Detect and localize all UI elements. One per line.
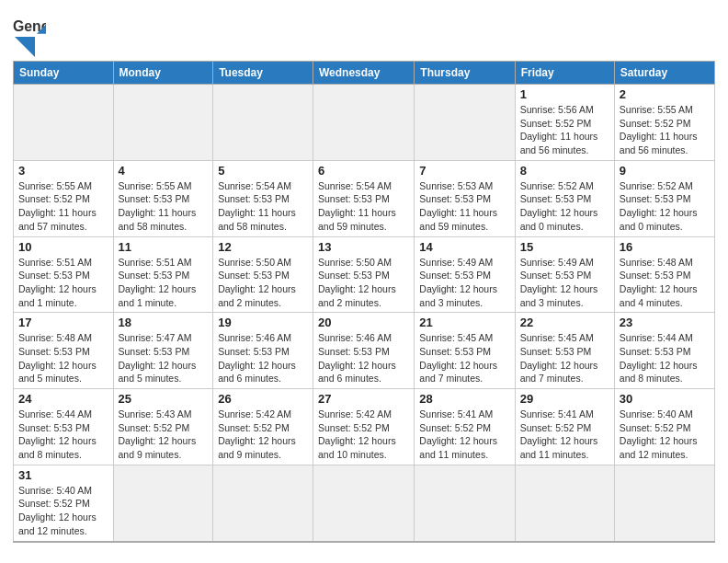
weekday-header-tuesday: Tuesday bbox=[213, 62, 313, 85]
day-number: 26 bbox=[218, 392, 308, 406]
calendar-week-2: 3Sunrise: 5:55 AM Sunset: 5:52 PM Daylig… bbox=[14, 160, 715, 236]
day-info: Sunrise: 5:54 AM Sunset: 5:53 PM Dayligh… bbox=[218, 179, 308, 234]
day-number: 25 bbox=[119, 392, 209, 406]
calendar-cell bbox=[14, 85, 114, 161]
weekday-header-thursday: Thursday bbox=[415, 62, 515, 85]
day-number: 15 bbox=[520, 240, 609, 254]
day-number: 3 bbox=[18, 164, 108, 178]
calendar-cell: 30Sunrise: 5:40 AM Sunset: 5:52 PM Dayli… bbox=[614, 389, 714, 465]
calendar-week-5: 24Sunrise: 5:44 AM Sunset: 5:53 PM Dayli… bbox=[14, 389, 715, 465]
day-number: 30 bbox=[620, 392, 710, 406]
calendar-week-1: 1Sunrise: 5:56 AM Sunset: 5:52 PM Daylig… bbox=[14, 85, 715, 161]
calendar-cell: 27Sunrise: 5:42 AM Sunset: 5:52 PM Dayli… bbox=[313, 389, 415, 465]
calendar-cell: 22Sunrise: 5:45 AM Sunset: 5:53 PM Dayli… bbox=[515, 313, 614, 389]
day-info: Sunrise: 5:52 AM Sunset: 5:53 PM Dayligh… bbox=[520, 179, 609, 234]
svg-marker-2 bbox=[15, 37, 35, 57]
day-info: Sunrise: 5:40 AM Sunset: 5:52 PM Dayligh… bbox=[620, 408, 710, 462]
calendar-cell: 1Sunrise: 5:56 AM Sunset: 5:52 PM Daylig… bbox=[515, 85, 614, 161]
day-info: Sunrise: 5:54 AM Sunset: 5:53 PM Dayligh… bbox=[318, 179, 409, 234]
calendar-week-4: 17Sunrise: 5:48 AM Sunset: 5:53 PM Dayli… bbox=[14, 313, 715, 389]
day-number: 8 bbox=[520, 164, 609, 178]
day-info: Sunrise: 5:56 AM Sunset: 5:52 PM Dayligh… bbox=[520, 103, 609, 157]
calendar-cell: 15Sunrise: 5:49 AM Sunset: 5:53 PM Dayli… bbox=[515, 236, 614, 313]
day-info: Sunrise: 5:45 AM Sunset: 5:53 PM Dayligh… bbox=[520, 331, 609, 385]
day-number: 19 bbox=[218, 316, 308, 329]
day-info: Sunrise: 5:49 AM Sunset: 5:53 PM Dayligh… bbox=[520, 256, 609, 310]
calendar-cell: 13Sunrise: 5:50 AM Sunset: 5:53 PM Dayli… bbox=[313, 236, 415, 313]
logo-triangle-icon bbox=[15, 37, 35, 57]
day-info: Sunrise: 5:44 AM Sunset: 5:53 PM Dayligh… bbox=[18, 408, 108, 462]
weekday-header-sunday: Sunday bbox=[14, 62, 114, 85]
day-info: Sunrise: 5:41 AM Sunset: 5:52 PM Dayligh… bbox=[520, 408, 609, 462]
weekday-header-saturday: Saturday bbox=[614, 62, 714, 85]
day-info: Sunrise: 5:53 AM Sunset: 5:53 PM Dayligh… bbox=[419, 179, 509, 234]
calendar-cell: 10Sunrise: 5:51 AM Sunset: 5:53 PM Dayli… bbox=[14, 236, 114, 313]
calendar-cell bbox=[113, 85, 213, 161]
logo: General bbox=[13, 9, 46, 57]
day-number: 22 bbox=[520, 316, 609, 329]
day-info: Sunrise: 5:50 AM Sunset: 5:53 PM Dayligh… bbox=[318, 256, 409, 310]
day-info: Sunrise: 5:48 AM Sunset: 5:53 PM Dayligh… bbox=[18, 331, 108, 385]
calendar-cell bbox=[415, 465, 515, 541]
calendar-cell: 14Sunrise: 5:49 AM Sunset: 5:53 PM Dayli… bbox=[415, 236, 515, 313]
calendar-cell: 17Sunrise: 5:48 AM Sunset: 5:53 PM Dayli… bbox=[14, 313, 114, 389]
calendar-cell: 16Sunrise: 5:48 AM Sunset: 5:53 PM Dayli… bbox=[614, 236, 714, 313]
day-info: Sunrise: 5:45 AM Sunset: 5:53 PM Dayligh… bbox=[419, 331, 509, 385]
calendar-cell bbox=[313, 85, 415, 161]
day-number: 18 bbox=[119, 316, 209, 329]
day-number: 17 bbox=[18, 316, 108, 329]
calendar-cell: 21Sunrise: 5:45 AM Sunset: 5:53 PM Dayli… bbox=[415, 313, 515, 389]
calendar-cell: 25Sunrise: 5:43 AM Sunset: 5:52 PM Dayli… bbox=[113, 389, 213, 465]
calendar-cell: 26Sunrise: 5:42 AM Sunset: 5:52 PM Dayli… bbox=[213, 389, 313, 465]
day-info: Sunrise: 5:55 AM Sunset: 5:53 PM Dayligh… bbox=[119, 179, 209, 234]
day-info: Sunrise: 5:44 AM Sunset: 5:53 PM Dayligh… bbox=[620, 331, 710, 385]
day-info: Sunrise: 5:55 AM Sunset: 5:52 PM Dayligh… bbox=[18, 179, 108, 234]
day-info: Sunrise: 5:46 AM Sunset: 5:53 PM Dayligh… bbox=[318, 331, 409, 385]
weekday-header-friday: Friday bbox=[515, 62, 614, 85]
day-number: 7 bbox=[419, 164, 509, 178]
calendar-table: SundayMondayTuesdayWednesdayThursdayFrid… bbox=[13, 61, 715, 543]
weekday-header-monday: Monday bbox=[113, 62, 213, 85]
day-info: Sunrise: 5:52 AM Sunset: 5:53 PM Dayligh… bbox=[620, 179, 710, 234]
day-info: Sunrise: 5:42 AM Sunset: 5:52 PM Dayligh… bbox=[218, 408, 308, 462]
day-number: 6 bbox=[318, 164, 409, 178]
day-info: Sunrise: 5:42 AM Sunset: 5:52 PM Dayligh… bbox=[318, 408, 409, 462]
calendar-cell: 19Sunrise: 5:46 AM Sunset: 5:53 PM Dayli… bbox=[213, 313, 313, 389]
day-info: Sunrise: 5:41 AM Sunset: 5:52 PM Dayligh… bbox=[419, 408, 509, 462]
calendar-cell: 24Sunrise: 5:44 AM Sunset: 5:53 PM Dayli… bbox=[14, 389, 114, 465]
calendar-cell bbox=[415, 85, 515, 161]
calendar-cell bbox=[614, 465, 714, 541]
day-number: 11 bbox=[119, 240, 209, 254]
calendar-week-6: 31Sunrise: 5:40 AM Sunset: 5:52 PM Dayli… bbox=[14, 465, 715, 541]
day-number: 20 bbox=[318, 316, 409, 329]
calendar-cell: 2Sunrise: 5:55 AM Sunset: 5:52 PM Daylig… bbox=[614, 85, 714, 161]
day-info: Sunrise: 5:47 AM Sunset: 5:53 PM Dayligh… bbox=[119, 331, 209, 385]
calendar-cell: 6Sunrise: 5:54 AM Sunset: 5:53 PM Daylig… bbox=[313, 160, 415, 236]
day-number: 5 bbox=[218, 164, 308, 178]
day-info: Sunrise: 5:51 AM Sunset: 5:53 PM Dayligh… bbox=[119, 256, 209, 310]
day-number: 31 bbox=[18, 468, 108, 482]
page-header: General bbox=[13, 9, 715, 57]
day-info: Sunrise: 5:55 AM Sunset: 5:52 PM Dayligh… bbox=[620, 103, 710, 157]
calendar-cell: 11Sunrise: 5:51 AM Sunset: 5:53 PM Dayli… bbox=[113, 236, 213, 313]
weekday-header-row: SundayMondayTuesdayWednesdayThursdayFrid… bbox=[14, 62, 715, 85]
day-number: 10 bbox=[18, 240, 108, 254]
day-info: Sunrise: 5:40 AM Sunset: 5:52 PM Dayligh… bbox=[18, 484, 108, 538]
day-number: 24 bbox=[18, 392, 108, 406]
calendar-cell: 18Sunrise: 5:47 AM Sunset: 5:53 PM Dayli… bbox=[113, 313, 213, 389]
day-number: 4 bbox=[119, 164, 209, 178]
day-number: 2 bbox=[620, 87, 710, 101]
calendar-cell: 20Sunrise: 5:46 AM Sunset: 5:53 PM Dayli… bbox=[313, 313, 415, 389]
day-number: 28 bbox=[419, 392, 509, 406]
calendar-cell bbox=[213, 85, 313, 161]
day-number: 23 bbox=[620, 316, 710, 329]
weekday-header-wednesday: Wednesday bbox=[313, 62, 415, 85]
calendar-cell bbox=[313, 465, 415, 541]
calendar-cell: 5Sunrise: 5:54 AM Sunset: 5:53 PM Daylig… bbox=[213, 160, 313, 236]
calendar-cell: 7Sunrise: 5:53 AM Sunset: 5:53 PM Daylig… bbox=[415, 160, 515, 236]
calendar-cell: 31Sunrise: 5:40 AM Sunset: 5:52 PM Dayli… bbox=[14, 465, 114, 541]
day-info: Sunrise: 5:46 AM Sunset: 5:53 PM Dayligh… bbox=[218, 331, 308, 385]
calendar-cell: 23Sunrise: 5:44 AM Sunset: 5:53 PM Dayli… bbox=[614, 313, 714, 389]
calendar-week-3: 10Sunrise: 5:51 AM Sunset: 5:53 PM Dayli… bbox=[14, 236, 715, 313]
calendar-cell bbox=[113, 465, 213, 541]
